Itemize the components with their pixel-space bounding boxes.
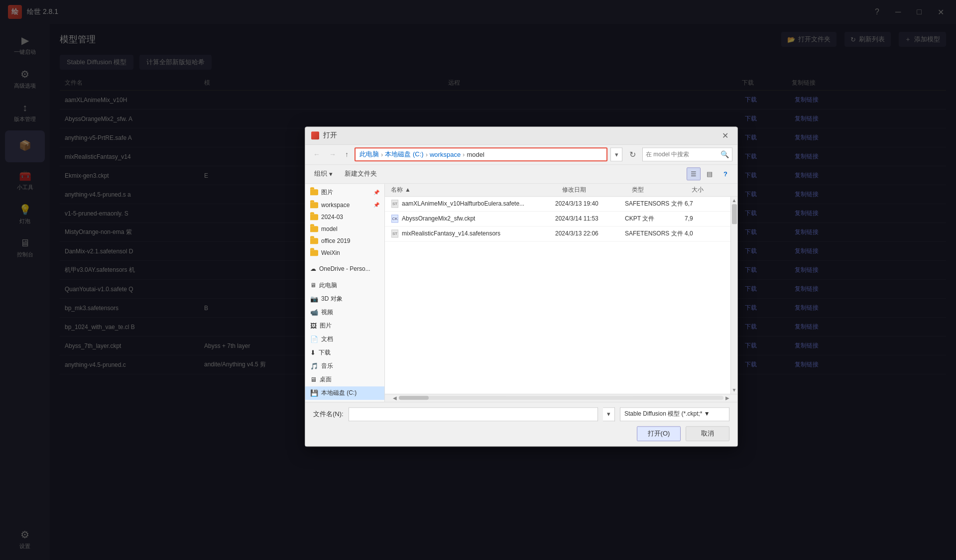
details-view-button[interactable]: ▤ bbox=[703, 167, 717, 180]
vscroll-bar[interactable]: ▲ ▼ bbox=[730, 197, 737, 394]
vscroll-thumb[interactable] bbox=[732, 204, 737, 224]
pin-icon: 📌 bbox=[373, 190, 379, 195]
organize-label: 组织 bbox=[314, 169, 327, 178]
nav-item-music[interactable]: 🎵 音乐 bbox=[305, 359, 384, 373]
nav-item-onedrive[interactable]: ☁ OneDrive - Perso... bbox=[305, 263, 384, 275]
hscroll-thumb[interactable] bbox=[399, 396, 429, 400]
ckpt-icon: CK bbox=[391, 215, 398, 223]
safetensor-icon: ST bbox=[391, 200, 398, 208]
nav-item-c-drive[interactable]: 💾 本地磁盘 (C:) bbox=[305, 386, 384, 400]
organize-button[interactable]: 组织 ▾ bbox=[310, 167, 337, 180]
new-folder-label: 新建文件夹 bbox=[345, 169, 377, 178]
folder-icon bbox=[310, 238, 318, 244]
nav-refresh-button[interactable]: ↻ bbox=[625, 147, 639, 161]
vscroll-track bbox=[731, 204, 737, 386]
file-pane: 名称 ▲ 修改日期 类型 大小 bbox=[385, 184, 737, 402]
breadcrumb-bar: 此电脑 › 本地磁盘 (C:) › workspace › model bbox=[355, 147, 607, 161]
vscroll-down[interactable]: ▼ bbox=[732, 387, 737, 393]
dialog-overlay: 打开 ✕ ← → ↑ 此电脑 › 本地磁盘 (C:) › workspace ›… bbox=[0, 0, 956, 560]
back-button[interactable]: ← bbox=[310, 149, 323, 159]
col-date[interactable]: 修改日期 bbox=[562, 186, 632, 194]
nav-item-weixin[interactable]: WeiXin bbox=[305, 247, 384, 259]
folder-icon bbox=[310, 250, 318, 256]
3d-icon: 📷 bbox=[310, 295, 318, 303]
file-item-name: ST mixRealisticFantasy_v14.safetensors bbox=[391, 229, 555, 237]
dialog-title-text: 打开 bbox=[323, 131, 337, 140]
nav-item-docs[interactable]: 📄 文档 bbox=[305, 333, 384, 346]
hscroll-right[interactable]: ▶ bbox=[725, 395, 729, 401]
search-icon[interactable]: 🔍 bbox=[720, 150, 729, 158]
dialog-toolbar: 组织 ▾ 新建文件夹 ☰ ▤ ? bbox=[305, 165, 737, 184]
file-type-icon: ST bbox=[391, 200, 399, 208]
onedrive-section: ☁ OneDrive - Perso... bbox=[305, 261, 384, 277]
file-item[interactable]: ST aamXLAnimeMix_v10HalfturboEulera.safe… bbox=[385, 197, 730, 212]
file-type-icon: CK bbox=[391, 215, 399, 223]
docs-icon: 📄 bbox=[310, 336, 318, 343]
drive-icon: 💾 bbox=[310, 389, 318, 397]
hscroll-track bbox=[399, 396, 723, 400]
nav-item-desktop[interactable]: 🖥 桌面 bbox=[305, 373, 384, 386]
breadcrumb-dropdown[interactable]: ▾ bbox=[610, 147, 622, 161]
nav-item-video[interactable]: 📹 视频 bbox=[305, 306, 384, 319]
file-item[interactable]: ST mixRealisticFantasy_v14.safetensors 2… bbox=[385, 226, 730, 241]
new-folder-button[interactable]: 新建文件夹 bbox=[341, 167, 381, 180]
breadcrumb-c-drive[interactable]: 本地磁盘 (C:) bbox=[385, 150, 423, 159]
cloud-icon: ☁ bbox=[310, 265, 316, 272]
dialog-title-icon bbox=[311, 131, 319, 139]
footer-filename-row: 文件名(N): ▾ Stable Diffusion 模型 (*.ckpt;* … bbox=[313, 407, 729, 421]
dialog-titlebar: 打开 ✕ bbox=[305, 127, 737, 145]
filename-input[interactable] bbox=[349, 407, 598, 421]
folder-icon bbox=[310, 226, 318, 232]
cancel-dialog-button[interactable]: 取消 bbox=[686, 426, 729, 441]
nav-item-pictures[interactable]: 图片 📌 bbox=[305, 186, 384, 199]
breadcrumb-workspace[interactable]: workspace bbox=[430, 151, 461, 158]
nav-item-workspace[interactable]: workspace 📌 bbox=[305, 199, 384, 211]
hscroll-left[interactable]: ◀ bbox=[393, 395, 397, 401]
up-button[interactable]: ↑ bbox=[342, 149, 352, 159]
pictures-icon: 🖼 bbox=[310, 322, 317, 330]
organize-dropdown-icon: ▾ bbox=[329, 170, 333, 178]
this-pc-section: 🖥 此电脑 📷 3D 对象 📹 视频 🖼 bbox=[305, 277, 384, 402]
folder-icon bbox=[310, 202, 318, 208]
filename-label: 文件名(N): bbox=[313, 410, 344, 419]
col-size[interactable]: 大小 bbox=[692, 186, 731, 194]
open-dialog-button[interactable]: 打开(O) bbox=[637, 426, 681, 441]
help-dialog-button[interactable]: ? bbox=[718, 167, 732, 180]
nav-item-2024[interactable]: 2024-03 bbox=[305, 211, 384, 223]
file-pane-scroll: ST aamXLAnimeMix_v10HalfturboEulera.safe… bbox=[385, 197, 737, 394]
pc-icon: 🖥 bbox=[310, 282, 316, 289]
nav-item-downloads[interactable]: ⬇ 下载 bbox=[305, 346, 384, 359]
sort-icon: ▲ bbox=[405, 186, 411, 193]
filetype-select[interactable]: Stable Diffusion 模型 (*.ckpt;* ▼ bbox=[620, 407, 729, 421]
col-type[interactable]: 类型 bbox=[632, 186, 692, 194]
folder-icon bbox=[310, 214, 318, 220]
col-name[interactable]: 名称 ▲ bbox=[391, 186, 562, 194]
video-icon: 📹 bbox=[310, 309, 318, 316]
vscroll-up[interactable]: ▲ bbox=[732, 198, 737, 203]
nav-item-thispc[interactable]: 🖥 此电脑 bbox=[305, 279, 384, 292]
forward-button[interactable]: → bbox=[326, 149, 339, 159]
dialog-footer: 文件名(N): ▾ Stable Diffusion 模型 (*.ckpt;* … bbox=[305, 402, 737, 446]
safetensor-icon: ST bbox=[391, 229, 398, 237]
cancel-dialog-label: 取消 bbox=[701, 429, 714, 438]
quick-access-section: 图片 📌 workspace 📌 2024-03 bbox=[305, 184, 384, 261]
search-input[interactable] bbox=[646, 151, 720, 158]
nav-item-pictures2[interactable]: 🖼 图片 bbox=[305, 319, 384, 333]
breadcrumb-model: model bbox=[467, 151, 484, 158]
dialog-body: 图片 📌 workspace 📌 2024-03 bbox=[305, 184, 737, 402]
hscroll-bar: ◀ ▶ bbox=[385, 394, 737, 402]
nav-item-3d[interactable]: 📷 3D 对象 bbox=[305, 292, 384, 306]
nav-item-model[interactable]: model bbox=[305, 223, 384, 235]
filename-dropdown[interactable]: ▾ bbox=[603, 407, 615, 421]
music-icon: 🎵 bbox=[310, 362, 318, 370]
breadcrumb-this-pc[interactable]: 此电脑 bbox=[359, 150, 379, 159]
desktop-icon: 🖥 bbox=[310, 376, 317, 383]
list-view-button[interactable]: ☰ bbox=[687, 167, 701, 180]
dialog-close-button[interactable]: ✕ bbox=[719, 130, 731, 141]
nav-pane: 图片 📌 workspace 📌 2024-03 bbox=[305, 184, 385, 402]
filetype-label: Stable Diffusion 模型 (*.ckpt;* ▼ bbox=[624, 410, 710, 418]
nav-item-office[interactable]: office 2019 bbox=[305, 235, 384, 247]
file-item[interactable]: CK AbyssOrangeMix2_sfw.ckpt 2024/3/14 11… bbox=[385, 212, 730, 226]
dialog-nav: ← → ↑ 此电脑 › 本地磁盘 (C:) › workspace › mode… bbox=[305, 145, 737, 165]
file-type-icon: ST bbox=[391, 229, 399, 237]
